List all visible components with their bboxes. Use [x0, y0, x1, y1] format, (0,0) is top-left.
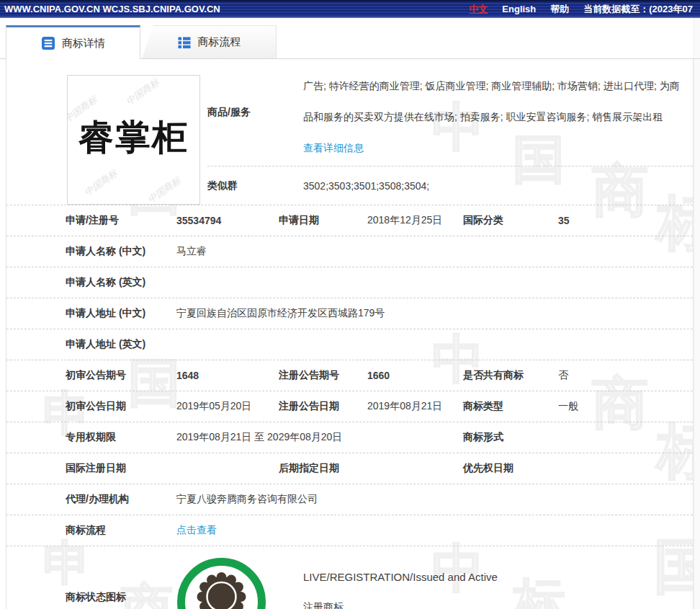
status-text-en: LIVE/REGISTRATION/Issued and Active: [303, 571, 498, 583]
trademark-text: 睿掌柜: [68, 114, 199, 161]
table-row: 申请人名称 (中文) 马立睿: [6, 236, 693, 267]
table-row: 申请/注册号 35534794 申请日期 2018年12月25日 国际分类 35: [6, 205, 693, 236]
similar-group-value: 3502;3503;3501;3508;3504;: [303, 166, 429, 205]
table-row: 初审公告期号 1648 注册公告期号 1660 是否共有商标 否: [6, 360, 693, 391]
intl-class-value: 35: [558, 205, 570, 236]
first-pub-no-value: 1648: [176, 360, 199, 391]
first-pub-date-value: 2019年05月20日: [176, 391, 251, 422]
later-designation-date-label: 后期指定日期: [279, 453, 339, 484]
is-shared-value: 否: [558, 360, 568, 391]
tab-trademark-process[interactable]: 商标流程: [142, 25, 277, 58]
tm-type-value: 一般: [558, 391, 578, 422]
reg-no-value: 35534794: [176, 205, 221, 236]
goods-line-2: 品和服务的买卖双方提供在线市场; 拍卖服务; 职业安置咨询服务; 销售展示架出租: [303, 102, 680, 133]
is-shared-label: 是否共有商标: [463, 360, 524, 391]
addr-cn-value: 宁夏回族自治区固原市经济开发区西城路179号: [176, 298, 385, 329]
priority-date-label: 优先权日期: [463, 453, 513, 484]
intl-class-label: 国际分类: [463, 205, 503, 236]
reg-pub-no-label: 注册公告期号: [279, 360, 339, 391]
trademark-image: 中国商标 中国商标 中国商标 中国商标 睿掌柜: [67, 75, 200, 205]
exclusive-period-label: 专用权期限: [66, 422, 116, 453]
data-cutoff-label: 当前数据截至：(2023年07: [583, 3, 693, 16]
image-watermark-text: 中国商标: [145, 174, 184, 205]
reg-pub-no-value: 1660: [367, 360, 390, 391]
table-row: 代理/办理机构 宁夏八骏奔腾商务咨询有限公司: [6, 484, 693, 515]
agency-label: 代理/办理机构: [66, 484, 129, 515]
registered-badge-icon: [176, 556, 267, 609]
first-pub-no-label: 初审公告期号: [66, 360, 126, 391]
addr-en-label: 申请人地址 (英文): [66, 329, 145, 360]
status-icon-label: 商标状态图标: [66, 591, 126, 604]
apply-date-label: 申请日期: [279, 205, 319, 236]
topbar-domains: WWW.CNIPA.GOV.CN WCJS.SBJ.CNIPA.GOV.CN: [4, 4, 220, 14]
applicant-cn-value: 马立睿: [176, 236, 207, 267]
scrollbar-track[interactable]: [694, 18, 700, 609]
lang-switch-en[interactable]: English: [502, 4, 536, 14]
table-row: 商标流程 点击查看: [6, 515, 693, 546]
status-row: 商标状态图标 LIVE/REGISTRATION/Issued and Acti…: [6, 546, 693, 609]
reg-no-label: 申请/注册号: [66, 205, 119, 236]
addr-cn-label: 申请人地址 (中文): [66, 298, 145, 329]
table-row: 专用权期限 2019年08月21日 至 2029年08月20日 商标形式: [6, 422, 693, 453]
applicant-en-label: 申请人名称 (英文): [66, 267, 145, 298]
list-grid-icon: [177, 35, 192, 50]
similar-group-label: 类似群: [207, 166, 238, 205]
agency-value: 宁夏八骏奔腾商务咨询有限公司: [176, 484, 318, 515]
first-pub-date-label: 初审公告日期: [66, 391, 126, 422]
tab-trademark-detail[interactable]: 商标详情: [6, 25, 140, 59]
tm-type-label: 商标类型: [463, 391, 503, 422]
trademark-detail-panel: 中国商标 中国商标 中国商标 中国商标 睿掌柜 商品/服务 广告; 特许经营的商…: [6, 59, 694, 609]
view-detail-link[interactable]: 查看详细信息: [303, 142, 364, 154]
image-watermark-text: 中国商标: [82, 167, 120, 200]
status-text-cn: 注册商标: [303, 601, 344, 609]
process-label: 商标流程: [66, 515, 106, 546]
help-link[interactable]: 帮助: [550, 3, 569, 16]
table-row: 申请人地址 (英文): [6, 329, 693, 360]
goods-line-1: 广告; 特许经营的商业管理; 饭店商业管理; 商业管理辅助; 市场营销; 进出口…: [303, 71, 680, 102]
document-list-icon: [41, 36, 55, 50]
click-view-link[interactable]: 点击查看: [176, 524, 217, 537]
tab-detail-label: 商标详情: [62, 37, 105, 50]
table-row: 国际注册日期 后期指定日期 优先权日期: [6, 453, 693, 484]
image-watermark-text: 中国商标: [124, 76, 162, 109]
row-divider: [207, 166, 693, 166]
reg-pub-date-label: 注册公告日期: [279, 391, 339, 422]
topbar: WWW.CNIPA.GOV.CN WCJS.SBJ.CNIPA.GOV.CN 中…: [0, 0, 700, 18]
intl-reg-date-label: 国际注册日期: [66, 453, 126, 484]
tab-process-label: 商标流程: [198, 35, 241, 49]
applicant-cn-label: 申请人名称 (中文): [66, 236, 145, 267]
table-row: 初审公告日期 2019年05月20日 注册公告日期 2019年08月21日 商标…: [6, 391, 693, 422]
apply-date-value: 2018年12月25日: [367, 205, 442, 236]
goods-block: 中国商标 中国商标 中国商标 中国商标 睿掌柜 商品/服务 广告; 特许经营的商…: [6, 59, 693, 205]
tm-form-label: 商标形式: [463, 422, 503, 453]
table-row: 申请人地址 (中文) 宁夏回族自治区固原市经济开发区西城路179号: [6, 298, 693, 329]
lang-switch-zh[interactable]: 中文: [469, 3, 488, 16]
tab-bar: 商标详情 商标流程: [0, 25, 700, 59]
goods-label: 商品/服务: [207, 59, 251, 166]
reg-pub-date-value: 2019年08月21日: [367, 391, 442, 422]
table-row: 申请人名称 (英文): [6, 267, 693, 298]
exclusive-period-value: 2019年08月21日 至 2029年08月20日: [176, 422, 342, 453]
goods-value: 广告; 特许经营的商业管理; 饭店商业管理; 商业管理辅助; 市场营销; 进出口…: [303, 71, 680, 164]
topbar-links: 中文 English 帮助 当前数据截至：(2023年07: [469, 3, 693, 16]
